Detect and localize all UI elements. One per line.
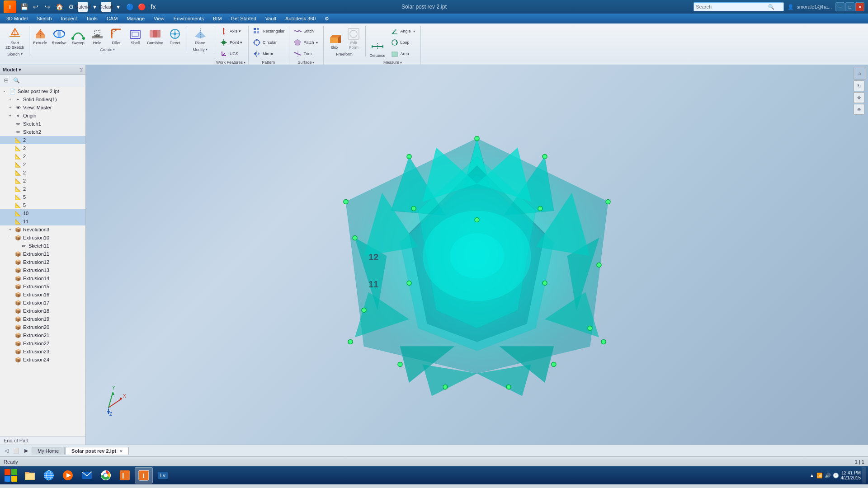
minimize-button[interactable]: ─ xyxy=(835,2,844,11)
qa-default[interactable]: Default xyxy=(101,2,111,12)
viewport-tab-close[interactable]: ✕ xyxy=(119,449,123,454)
menu-cam[interactable]: CAM xyxy=(102,15,122,22)
viewport-back-button[interactable]: ◁ xyxy=(2,446,11,455)
menu-tools[interactable]: Tools xyxy=(81,15,102,22)
tree-item-item2g[interactable]: 📐2 xyxy=(0,185,85,193)
tree-item-origin[interactable]: +⌖Origin xyxy=(0,112,85,120)
mirror-button[interactable]: Mirror xyxy=(250,48,287,59)
qa-redo[interactable]: ↪ xyxy=(42,2,52,12)
tree-item-extrusion24[interactable]: 📦Extrusion24 xyxy=(0,356,85,364)
tree-item-item5a[interactable]: 📐5 xyxy=(0,193,85,201)
angle-dropdown[interactable]: ▾ xyxy=(412,29,416,34)
qa-dropdown2[interactable]: ▾ xyxy=(113,2,123,12)
fillet-button[interactable]: Fillet xyxy=(107,26,125,47)
tree-item-item2e[interactable]: 📐2 xyxy=(0,169,85,177)
tree-item-extrusion10[interactable]: -📦Extrusion10 xyxy=(0,234,85,242)
patch-button[interactable]: Patch ▾ xyxy=(291,37,321,48)
tree-item-extrusion23[interactable]: 📦Extrusion23 xyxy=(0,347,85,356)
editform-button[interactable]: EditForm xyxy=(344,26,363,51)
tree-item-extrusion14[interactable]: 📦Extrusion14 xyxy=(0,274,85,282)
tree-item-root[interactable]: -📄Solar post rev 2.ipt xyxy=(0,87,85,95)
start-2d-sketch-button[interactable]: Start2D Sketch xyxy=(4,26,26,51)
sidebar-help-icon[interactable]: ? xyxy=(80,66,83,73)
tree-item-extrusion20[interactable]: 📦Extrusion20 xyxy=(0,323,85,331)
qa-icon3[interactable]: fx xyxy=(148,2,158,12)
tree-item-view-master[interactable]: +👁View: Master xyxy=(0,103,85,112)
patch-dropdown[interactable]: ▾ xyxy=(315,40,319,45)
tree-item-item10[interactable]: 📐10 xyxy=(0,209,85,217)
tree-item-extrusion22[interactable]: 📦Extrusion22 xyxy=(0,339,85,347)
sweep-button[interactable]: Sweep xyxy=(69,26,87,47)
search-input[interactable] xyxy=(696,4,768,9)
maximize-button[interactable]: □ xyxy=(845,2,854,11)
taskbar-outlook[interactable] xyxy=(78,467,96,483)
combine-button[interactable]: Combine xyxy=(145,26,165,47)
menu-settings[interactable]: ⚙ xyxy=(320,15,334,23)
taskbar-explorer[interactable] xyxy=(21,467,39,483)
create-group-expand[interactable]: ▾ xyxy=(113,47,115,52)
viewport-pan-button[interactable]: ✥ xyxy=(854,92,864,103)
shell-button[interactable]: Shell xyxy=(126,26,144,47)
qa-material[interactable]: Material xyxy=(78,2,88,12)
measure-group-expand[interactable]: ▾ xyxy=(400,61,402,65)
ucs-button[interactable]: UCS xyxy=(217,48,244,59)
modify-group-expand[interactable]: ▾ xyxy=(206,47,208,52)
taskbar-extra[interactable]: Lv xyxy=(154,467,172,483)
direct-button[interactable]: Direct xyxy=(166,26,184,47)
tree-item-item2a[interactable]: 📐2 xyxy=(0,136,85,144)
show-desktop-button[interactable] xyxy=(863,467,866,483)
revolve-button[interactable]: Revolve xyxy=(50,26,69,47)
tree-item-extrusion18[interactable]: 📦Extrusion18 xyxy=(0,307,85,315)
qa-save[interactable]: 💾 xyxy=(19,2,29,12)
axis-button[interactable]: Axis ▾ xyxy=(217,26,244,37)
sketch-group-expand[interactable]: ▾ xyxy=(21,52,23,56)
tree-item-extrusion13[interactable]: 📦Extrusion13 xyxy=(0,266,85,274)
sidebar-search-button[interactable]: 🔍 xyxy=(12,76,21,85)
tree-item-extrusion17[interactable]: 📦Extrusion17 xyxy=(0,299,85,307)
search-box[interactable]: 🔍 xyxy=(693,2,784,11)
qa-icon2[interactable]: 🔴 xyxy=(137,2,146,12)
extrude-button[interactable]: Extrude xyxy=(31,26,49,47)
workfeatures-group-expand[interactable]: ▾ xyxy=(244,61,245,65)
tree-item-revolution3[interactable]: +📦Revolution3 xyxy=(0,225,85,234)
area-button[interactable]: Area xyxy=(388,48,418,59)
tree-item-extrusion19[interactable]: 📦Extrusion19 xyxy=(0,315,85,323)
tree-item-item2f[interactable]: 📐2 xyxy=(0,177,85,185)
tree-item-item2c[interactable]: 📐2 xyxy=(0,152,85,160)
tree-item-sketch1[interactable]: ✏Sketch1 xyxy=(0,120,85,128)
surface-group-expand[interactable]: ▾ xyxy=(312,61,314,65)
viewport-tab-file[interactable]: Solar post rev 2.ipt ✕ xyxy=(66,447,129,455)
tray-up-arrow[interactable]: ▲ xyxy=(810,473,815,478)
menu-vault[interactable]: Vault xyxy=(261,15,281,22)
tree-item-item2b[interactable]: 📐2 xyxy=(0,144,85,152)
box-button[interactable]: Box xyxy=(326,30,344,51)
menu-manage[interactable]: Manage xyxy=(122,15,149,22)
taskbar-inventor-icon[interactable]: I xyxy=(116,467,134,483)
viewport-tab-home[interactable]: My Home xyxy=(32,447,65,455)
close-button[interactable]: ✕ xyxy=(855,2,864,11)
tree-item-sketch11[interactable]: ✏Sketch11 xyxy=(0,242,85,250)
plane-button[interactable]: Plane xyxy=(191,26,209,47)
menu-getstarted[interactable]: Get Started xyxy=(226,15,261,22)
rectangular-button[interactable]: Rectangular xyxy=(250,26,287,37)
menu-environments[interactable]: Environments xyxy=(169,15,208,22)
tree-item-extrusion11[interactable]: 📦Extrusion11 xyxy=(0,250,85,258)
menu-view[interactable]: View xyxy=(149,15,169,22)
viewport-rotate-button[interactable]: ↻ xyxy=(854,80,864,91)
hole-button[interactable]: Hole xyxy=(88,26,106,47)
point-button[interactable]: Point ▾ xyxy=(217,37,244,48)
tree-item-extrusion21[interactable]: 📦Extrusion21 xyxy=(0,331,85,339)
viewport-forward-button[interactable]: ▶ xyxy=(22,446,31,455)
model-panel-label[interactable]: Model ▾ xyxy=(3,67,21,73)
taskbar-chrome[interactable] xyxy=(97,467,115,483)
tree-item-sketch2[interactable]: ✏Sketch2 xyxy=(0,128,85,136)
sidebar-filter-button[interactable]: ⊟ xyxy=(2,76,11,85)
tree-item-extrusion12[interactable]: 📦Extrusion12 xyxy=(0,258,85,266)
viewport-home-button[interactable]: ⌂ xyxy=(854,67,866,80)
start-button[interactable] xyxy=(2,467,20,483)
menu-autodesk360[interactable]: Autodesk 360 xyxy=(281,15,320,22)
distance-button[interactable]: Distance xyxy=(368,38,387,59)
menu-bim[interactable]: BIM xyxy=(208,15,226,22)
menu-inspect[interactable]: Inspect xyxy=(57,15,81,22)
taskbar-browser[interactable] xyxy=(40,467,58,483)
